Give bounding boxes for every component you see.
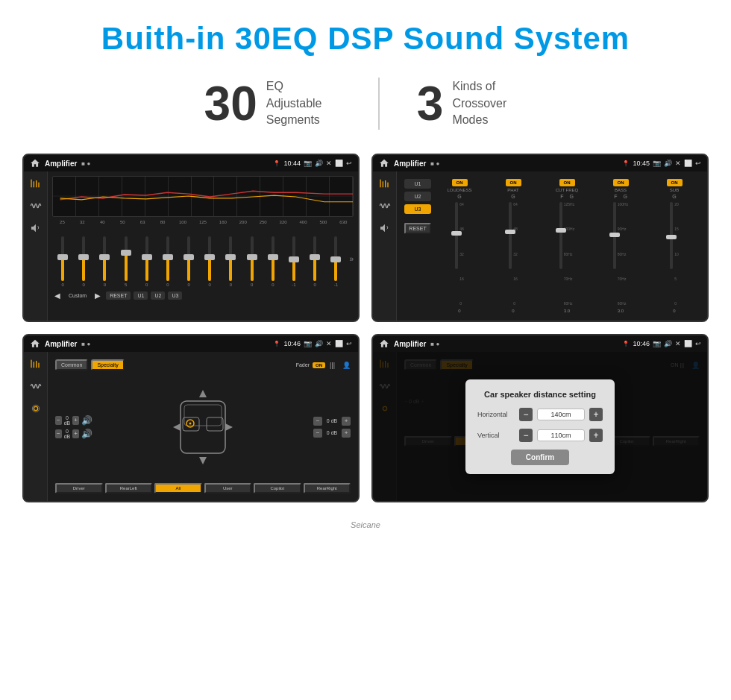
horizontal-row: Horizontal − 140cm + [477, 408, 603, 421]
vol-front-left-minus[interactable]: − [55, 416, 62, 425]
eq-slider-1[interactable]: 0 [75, 236, 92, 287]
x-icon-1[interactable]: ✕ [326, 160, 332, 167]
eq-sidebar-icon[interactable] [28, 177, 43, 189]
eq-icon-2[interactable] [377, 177, 392, 189]
cutfreq-on[interactable]: ON [559, 179, 575, 186]
status-bar-left-4: Amplifier ■ ● [379, 338, 439, 349]
svg-rect-1 [33, 181, 34, 187]
svg-rect-5 [380, 180, 380, 188]
copilot-btn[interactable]: Copilot [254, 483, 301, 494]
common-tab-btn[interactable]: Common [55, 359, 88, 371]
stat-eq: 30 EQ AdjustableSegments [167, 78, 378, 128]
phat-on[interactable]: ON [506, 179, 521, 186]
screen-body-2: U1 U2 U3 RESET ON LOUDNESS G [373, 171, 707, 321]
vol-rear-right-minus[interactable]: − [313, 429, 322, 438]
vertical-minus-btn[interactable]: − [519, 429, 533, 442]
status-bar-1: Amplifier ■ ● 📍 10:44 📷 🔊 ✕ ⬜ ↩ [24, 155, 358, 171]
vol-sidebar-icon[interactable] [28, 222, 43, 234]
specialty-tab-btn[interactable]: Specialty [91, 359, 124, 371]
fader-on[interactable]: ON [313, 362, 325, 368]
eq-slider-10[interactable]: 0 [264, 236, 282, 287]
sidebar-2 [373, 171, 397, 321]
eq-slider-6[interactable]: 0 [180, 236, 198, 287]
status-bar-3: Amplifier ■ ● 📍 10:46 📷 🔊 ✕ ⬜ ↩ [24, 335, 358, 352]
svg-rect-0 [31, 180, 31, 188]
car-svg [169, 386, 236, 468]
vol-front-right-plus[interactable]: + [342, 417, 351, 426]
u3-preset-btn[interactable]: U3 [404, 204, 431, 214]
vol-rear-right-plus[interactable]: + [342, 429, 351, 438]
sub-on[interactable]: ON [667, 179, 683, 186]
status-bar-2: Amplifier ■ ● 📍 10:45 📷 🔊 ✕ ⬜ ↩ [373, 155, 707, 171]
vertical-plus-btn[interactable]: + [589, 429, 603, 442]
eq-slider-12[interactable]: 0 [306, 236, 324, 287]
screen-body-3: Common Specialty Fader ON ||| 👤 − [24, 352, 358, 501]
home-icon-1[interactable] [30, 158, 40, 168]
vol-front-left: − 0 dB + 🔊 [55, 415, 92, 426]
vol-left: − 0 dB + 🔊 − 0 dB + 🔊 [55, 415, 92, 439]
eq-slider-4[interactable]: 0 [138, 236, 156, 287]
status-bar-left-1: Amplifier ■ ● [30, 158, 90, 168]
svg-marker-21 [199, 390, 207, 397]
back-icon-1[interactable]: ↩ [346, 160, 352, 167]
vol-rear-left-plus[interactable]: + [72, 429, 79, 438]
vol-rear-right: − 0 dB + [313, 429, 351, 438]
watermark: Seicane [0, 517, 731, 535]
eq-slider-11[interactable]: -1 [285, 236, 303, 287]
eq-prev-btn[interactable]: ◀ [52, 291, 63, 300]
eq-slider-9[interactable]: 0 [243, 236, 261, 287]
vol-front-right-minus[interactable]: − [313, 417, 322, 426]
eq-bottom-bar: ◀ Custom ▶ RESET U1 U2 U3 [52, 291, 354, 300]
confirm-button[interactable]: Confirm [511, 450, 569, 465]
svg-point-20 [189, 422, 192, 424]
speaker-icon-3[interactable] [28, 403, 43, 414]
eq-slider-5[interactable]: 0 [159, 236, 177, 287]
eq-slider-0[interactable]: 0 [54, 236, 72, 287]
vol-icon-2[interactable] [377, 222, 392, 234]
bass-on[interactable]: ON [613, 179, 629, 186]
eq-u1-btn[interactable]: U1 [134, 291, 148, 300]
rear-right-btn[interactable]: RearRight [304, 483, 351, 494]
loudness-on[interactable]: ON [452, 179, 468, 186]
svg-marker-23 [173, 423, 181, 431]
eq-u2-btn[interactable]: U2 [151, 291, 165, 300]
eq-reset-btn[interactable]: RESET [106, 291, 131, 300]
rear-left-btn[interactable]: RearLeft [105, 483, 153, 494]
wave-icon-2[interactable] [377, 200, 392, 212]
user-btn[interactable]: User [204, 483, 252, 494]
horizontal-plus-btn[interactable]: + [589, 408, 603, 421]
horizontal-minus-btn[interactable]: − [519, 408, 533, 421]
crossover-label: Kinds ofCrossover Modes [452, 78, 527, 128]
status-bar-right-3: 📍 10:46 📷 🔊 ✕ ⬜ ↩ [273, 340, 352, 347]
status-bar-4: Amplifier ■ ● 📍 10:46 📷 🔊 ✕ ⬜ ↩ [373, 335, 707, 352]
u1-preset-btn[interactable]: U1 [404, 179, 431, 189]
home-icon-3[interactable] [30, 338, 40, 349]
crossover-reset-btn[interactable]: RESET [404, 223, 431, 234]
eq-slider-3[interactable]: 5 [117, 236, 135, 287]
eq-number: 30 [204, 80, 257, 127]
vol-rear-left-minus[interactable]: − [55, 429, 62, 438]
specialty-main: Common Specialty Fader ON ||| 👤 − [48, 352, 358, 501]
eq-slider-7[interactable]: 0 [201, 236, 219, 287]
eq-u3-btn[interactable]: U3 [168, 291, 182, 300]
eq-next-btn[interactable]: ▶ [92, 291, 103, 300]
vol-front-left-plus[interactable]: + [72, 416, 79, 425]
all-btn[interactable]: All [154, 483, 202, 494]
u2-preset-btn[interactable]: U2 [404, 192, 431, 201]
person-icon: 👤 [342, 362, 351, 369]
vol-front-right: − 0 dB + [313, 417, 351, 426]
wave-icon-3[interactable] [28, 380, 43, 392]
svg-rect-10 [33, 362, 34, 368]
driver-btn[interactable]: Driver [55, 483, 103, 494]
eq-icon-3[interactable] [28, 358, 43, 370]
dialog-overlay: Car speaker distance setting Horizontal … [373, 352, 707, 501]
eq-slider-8[interactable]: 0 [222, 236, 239, 287]
eq-slider-13[interactable]: -1 [327, 236, 345, 287]
svg-rect-8 [387, 183, 388, 188]
screen-distance: Amplifier ■ ● 📍 10:46 📷 🔊 ✕ ⬜ ↩ [371, 334, 709, 502]
window-icon-1[interactable]: ⬜ [335, 160, 343, 167]
home-icon-4[interactable] [379, 338, 389, 349]
home-icon-2[interactable] [379, 158, 389, 168]
eq-slider-2[interactable]: 0 [95, 236, 113, 287]
wave-sidebar-icon[interactable] [28, 200, 43, 212]
